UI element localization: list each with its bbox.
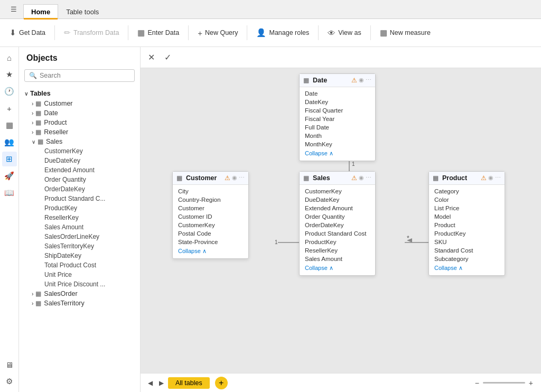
- customer-card-field-state-province[interactable]: State-Province: [173, 238, 248, 246]
- diagram-canvas[interactable]: 1 * 1 * 1 * ▦Date⚠◉⋯DateDateKeyFiscal Qu…: [141, 68, 541, 373]
- view-as-button[interactable]: 👁 View as: [322, 23, 367, 42]
- customer-card-menu-icon[interactable]: ⋯: [239, 174, 245, 182]
- product-card-field-productkey[interactable]: ProductKey: [429, 229, 505, 238]
- sales-card-eye-icon[interactable]: ◉: [359, 174, 364, 182]
- zoom-in-btn[interactable]: +: [526, 378, 536, 388]
- sales-child-total-product-cost[interactable]: Total Product Cost: [19, 260, 140, 270]
- sales-child-unit-price[interactable]: Unit Price: [19, 270, 140, 279]
- product-card-collapse[interactable]: Collapse ∧: [429, 263, 505, 273]
- product-card-field-model[interactable]: Model: [429, 212, 505, 221]
- date-card-field-date[interactable]: Date: [300, 89, 375, 98]
- product-card-field-standard-cost[interactable]: Standard Cost: [429, 246, 505, 255]
- nav-book-btn[interactable]: 📖: [2, 185, 17, 200]
- product-card-field-product[interactable]: Product: [429, 221, 505, 229]
- date-card[interactable]: ▦Date⚠◉⋯DateDateKeyFiscal QuarterFiscal …: [299, 73, 376, 161]
- nav-star-btn[interactable]: ★: [2, 67, 17, 82]
- customer-card-field-customer[interactable]: Customer: [173, 204, 248, 212]
- tables-section-header[interactable]: ∨ Tables: [19, 88, 140, 99]
- date-card-menu-icon[interactable]: ⋯: [366, 77, 371, 84]
- sales-card-field-productkey[interactable]: ProductKey: [300, 238, 375, 246]
- customer-card-eye-icon[interactable]: ◉: [232, 174, 237, 182]
- date-card-field-fiscal-year[interactable]: Fiscal Year: [300, 115, 375, 123]
- sales-card-field-orderdatekey[interactable]: OrderDateKey: [300, 221, 375, 229]
- canvas-close-btn[interactable]: ✕: [146, 51, 157, 63]
- canvas-check-btn[interactable]: ✓: [162, 51, 173, 63]
- add-tab-btn[interactable]: +: [215, 377, 228, 389]
- sales-child-shipdatekey[interactable]: ShipDateKey: [19, 251, 140, 260]
- sales-card-field-order-quantity[interactable]: Order Quantity: [300, 212, 375, 221]
- next-page-btn[interactable]: ▶: [157, 378, 166, 388]
- sales-card-field-customerkey[interactable]: CustomerKey: [300, 187, 375, 195]
- nav-people-btn[interactable]: 👥: [2, 135, 17, 150]
- date-card-field-full-date[interactable]: Full Date: [300, 123, 375, 132]
- search-input[interactable]: [40, 72, 130, 79]
- nav-table-btn[interactable]: ▦: [2, 118, 17, 133]
- product-card-eye-icon[interactable]: ◉: [488, 174, 493, 182]
- tree-item-customer[interactable]: › ▦ Customer: [19, 99, 140, 108]
- tree-item-reseller[interactable]: › ▦ Reseller: [19, 127, 140, 137]
- nav-monitor-btn[interactable]: 🖥: [2, 357, 17, 372]
- sales-card-field-sales-amount[interactable]: Sales Amount: [300, 255, 375, 263]
- customer-card-field-customer-id[interactable]: Customer ID: [173, 212, 248, 221]
- prev-page-btn[interactable]: ◀: [146, 378, 155, 388]
- product-card[interactable]: ▦Product⚠◉⋯CategoryColorList PriceModelP…: [428, 171, 505, 276]
- product-card-field-sku[interactable]: SKU: [429, 238, 505, 246]
- sales-child-customerkey[interactable]: CustomerKey: [19, 146, 140, 156]
- nav-clock-btn[interactable]: 🕐: [2, 84, 17, 99]
- product-card-field-subcategory[interactable]: Subcategory: [429, 255, 505, 263]
- get-data-button[interactable]: ⬇ Get Data: [4, 23, 51, 42]
- nav-rocket-btn[interactable]: 🚀: [2, 169, 17, 183]
- sales-child-salesorderlinekey[interactable]: SalesOrderLineKey: [19, 232, 140, 241]
- customer-card-field-country-region[interactable]: Country-Region: [173, 195, 248, 204]
- all-tables-tab[interactable]: All tables: [168, 377, 210, 389]
- product-card-field-list-price[interactable]: List Price: [429, 204, 505, 212]
- date-card-eye-icon[interactable]: ◉: [359, 77, 364, 84]
- sales-child-sales-amount[interactable]: Sales Amount: [19, 222, 140, 232]
- new-measure-button[interactable]: ▦ New measure: [375, 23, 436, 42]
- customer-card-field-postal-code[interactable]: Postal Code: [173, 229, 248, 238]
- product-card-field-category[interactable]: Category: [429, 187, 505, 195]
- product-card-field-color[interactable]: Color: [429, 195, 505, 204]
- sales-card[interactable]: ▦Sales⚠◉⋯CustomerKeyDueDateKeyExtended A…: [299, 171, 376, 276]
- date-card-collapse[interactable]: Collapse ∧: [300, 148, 375, 158]
- nav-diagram-btn[interactable]: ⊞: [2, 152, 17, 166]
- date-card-field-monthkey[interactable]: MonthKey: [300, 140, 375, 148]
- sales-child-order-quantity[interactable]: Order Quantity: [19, 175, 140, 184]
- nav-add-btn[interactable]: +: [2, 101, 17, 116]
- tree-item-date[interactable]: › ▦ Date: [19, 108, 140, 118]
- zoom-out-btn[interactable]: −: [472, 378, 482, 388]
- manage-roles-button[interactable]: 👤 Manage roles: [251, 23, 314, 42]
- zoom-slider[interactable]: [483, 382, 525, 384]
- sales-child-unit-price-discount-...[interactable]: Unit Price Discount ...: [19, 279, 140, 289]
- date-card-field-fiscal-quarter[interactable]: Fiscal Quarter: [300, 106, 375, 115]
- hamburger-btn[interactable]: ☰: [4, 0, 23, 18]
- sales-card-field-extended-amount[interactable]: Extended Amount: [300, 204, 375, 212]
- tab-table-tools[interactable]: Table tools: [58, 4, 107, 19]
- sales-card-field-product-standard-cost[interactable]: Product Standard Cost: [300, 229, 375, 238]
- sales-card-menu-icon[interactable]: ⋯: [366, 174, 371, 182]
- product-card-menu-icon[interactable]: ⋯: [495, 174, 501, 182]
- customer-card-collapse[interactable]: Collapse ∧: [173, 246, 248, 256]
- new-query-button[interactable]: + New Query: [192, 23, 243, 42]
- sales-card-field-duedatekey[interactable]: DueDateKey: [300, 195, 375, 204]
- enter-data-button[interactable]: ▦ Enter Data: [132, 23, 184, 42]
- customer-card[interactable]: ▦Customer⚠◉⋯CityCountry-RegionCustomerCu…: [172, 171, 249, 259]
- sales-child-product-standard-c...[interactable]: Product Standard C...: [19, 194, 140, 203]
- tree-item-salesterritory[interactable]: › ▦ SalesTerritory: [19, 298, 140, 308]
- customer-card-field-customerkey[interactable]: CustomerKey: [173, 221, 248, 229]
- tree-item-sales[interactable]: ∨ ▦ Sales: [19, 137, 140, 146]
- sales-child-orderdatekey[interactable]: OrderDateKey: [19, 184, 140, 194]
- sales-child-resellerkey[interactable]: ResellerKey: [19, 213, 140, 222]
- sales-child-duedatekey[interactable]: DueDateKey: [19, 156, 140, 165]
- tree-item-salesorder[interactable]: › ▦ SalesOrder: [19, 289, 140, 298]
- nav-person-settings-btn[interactable]: ⚙: [2, 374, 17, 389]
- nav-home-btn[interactable]: ⌂: [2, 50, 17, 65]
- date-card-field-datekey[interactable]: DateKey: [300, 98, 375, 106]
- sales-child-productkey[interactable]: ProductKey: [19, 203, 140, 213]
- transform-data-button[interactable]: ✏ Transform Data: [59, 23, 124, 42]
- sales-child-salesterritorykey[interactable]: SalesTerritoryKey: [19, 241, 140, 251]
- sales-card-collapse[interactable]: Collapse ∧: [300, 263, 375, 273]
- sales-child-extended-amount[interactable]: Extended Amount: [19, 165, 140, 175]
- date-card-field-month[interactable]: Month: [300, 132, 375, 140]
- tree-item-product[interactable]: › ▦ Product: [19, 118, 140, 127]
